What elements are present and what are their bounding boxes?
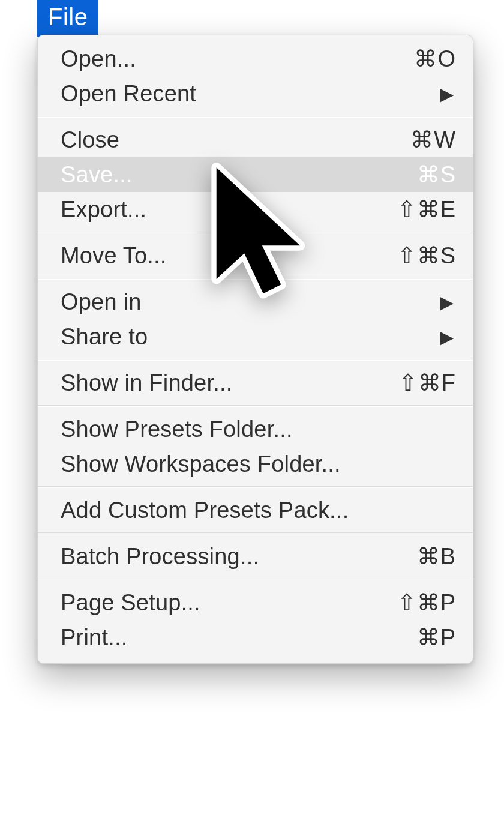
menu-separator (38, 116, 473, 118)
menu-separator (38, 405, 473, 407)
menu-item-open-in[interactable]: Open in▶ (38, 284, 473, 319)
menu-item-save[interactable]: Save...⌘S (38, 157, 473, 192)
submenu-arrow-icon: ▶ (440, 326, 456, 347)
menu-item-label: Show in Finder... (61, 370, 398, 396)
menu-item-shortcut: ⌘P (408, 624, 456, 651)
menu-item-label: Show Presets Folder... (61, 417, 456, 442)
menu-item-shortcut: ⇧⌘E (397, 196, 456, 223)
menu-item-label: Export... (61, 197, 397, 223)
menu-separator (38, 532, 473, 534)
menu-item-shortcut: ⌘B (408, 543, 456, 570)
menu-item-label: Move To... (61, 243, 397, 269)
submenu-arrow-icon: ▶ (440, 292, 456, 313)
menu-separator (38, 486, 473, 488)
screenshot-stage: File Open...⌘OOpen Recent▶Close⌘WSave...… (0, 0, 504, 827)
file-menu-dropdown: Open...⌘OOpen Recent▶Close⌘WSave...⌘SExp… (37, 35, 473, 664)
menu-item-label: Share to (61, 324, 440, 350)
menu-item-label: Open in (61, 289, 440, 315)
menu-item-label: Close (61, 127, 408, 153)
menu-item-batch[interactable]: Batch Processing...⌘B (38, 539, 473, 574)
menu-item-shortcut: ⇧⌘P (397, 589, 456, 616)
menu-item-print[interactable]: Print...⌘P (38, 620, 473, 655)
menu-item-label: Open... (61, 46, 408, 72)
menu-separator (38, 359, 473, 361)
menu-item-open[interactable]: Open...⌘O (38, 41, 473, 76)
menu-item-page-setup[interactable]: Page Setup...⇧⌘P (38, 585, 473, 620)
menu-separator (38, 278, 473, 280)
menu-item-shortcut: ⇧⌘F (398, 370, 456, 396)
menu-item-label: Print... (61, 625, 408, 651)
menu-item-close[interactable]: Close⌘W (38, 122, 473, 157)
menu-item-share-to[interactable]: Share to▶ (38, 319, 473, 354)
menu-item-shortcut: ⇧⌘S (397, 242, 456, 269)
menu-separator (38, 232, 473, 233)
menu-item-move-to[interactable]: Move To...⇧⌘S (38, 238, 473, 273)
menu-item-label: Open Recent (61, 81, 440, 107)
menu-item-export[interactable]: Export...⇧⌘E (38, 192, 473, 227)
menu-item-shortcut: ⌘W (408, 127, 456, 153)
menu-item-label: Batch Processing... (61, 544, 408, 570)
menu-item-show-in-finder[interactable]: Show in Finder...⇧⌘F (38, 365, 473, 400)
menu-item-label: Page Setup... (61, 590, 397, 616)
menu-item-shortcut: ⌘O (408, 46, 456, 72)
menu-item-label: Add Custom Presets Pack... (61, 498, 456, 523)
menu-item-shortcut: ⌘S (408, 161, 456, 188)
menu-item-add-presets-pack[interactable]: Add Custom Presets Pack... (38, 493, 473, 528)
menu-item-label: Show Workspaces Folder... (61, 451, 456, 477)
menu-item-label: Save... (61, 162, 408, 188)
menu-separator (38, 579, 473, 580)
menu-item-show-presets[interactable]: Show Presets Folder... (38, 412, 473, 447)
menubar-file[interactable]: File (37, 0, 98, 37)
submenu-arrow-icon: ▶ (440, 83, 456, 104)
menu-item-show-workspaces[interactable]: Show Workspaces Folder... (38, 447, 473, 481)
menu-item-open-recent[interactable]: Open Recent▶ (38, 76, 473, 111)
